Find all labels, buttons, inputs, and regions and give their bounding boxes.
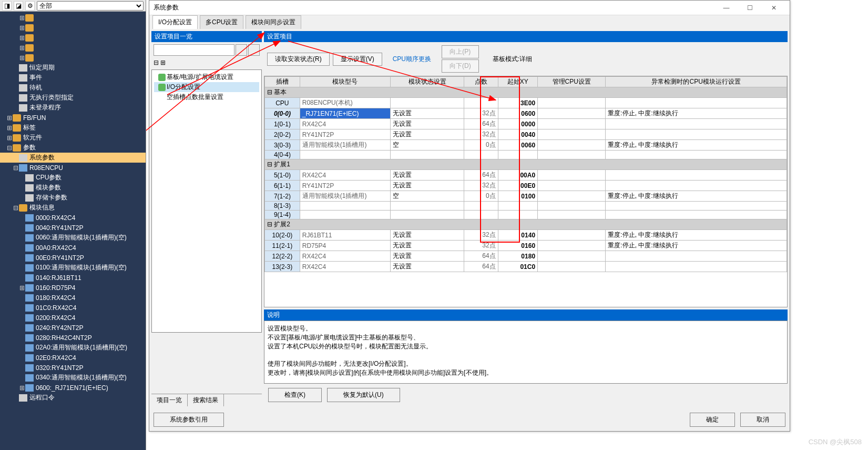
nav-item[interactable]: ⊞ bbox=[0, 53, 146, 63]
tab-multicpu[interactable]: 多CPU设置 bbox=[200, 15, 243, 29]
nav-item[interactable]: 01C0:RX42C4 bbox=[0, 303, 146, 313]
nav-item[interactable]: 无执行类型指定 bbox=[0, 93, 146, 103]
table-row[interactable]: 10(2-0)RJ61BT11无设置32点0140重度:停止, 中度:继续执行 bbox=[265, 230, 787, 241]
close-icon[interactable]: ✕ bbox=[762, 1, 785, 15]
nav-item[interactable]: 恒定周期 bbox=[0, 63, 146, 73]
nav-item[interactable]: 02E0:RX42C4 bbox=[0, 353, 146, 363]
desc-header: 说明 bbox=[264, 309, 788, 321]
btab-list[interactable]: 项目一览 bbox=[151, 394, 188, 406]
nav-item[interactable]: 系统参数 bbox=[0, 153, 146, 163]
nav-item[interactable]: 存储卡参数 bbox=[0, 193, 146, 203]
right-header: 设置项目 bbox=[264, 31, 788, 42]
nav-item[interactable]: 0000:RX42C4 bbox=[0, 213, 146, 223]
nav-item[interactable]: ⊞0160:RD75P4 bbox=[0, 283, 146, 293]
titlebar: 系统参数 — ☐ ✕ bbox=[149, 1, 790, 15]
nav-item[interactable]: 未登录程序 bbox=[0, 103, 146, 113]
table-row[interactable]: 3(0-3)通用智能模块(1插槽用)空0点0060重度:停止, 中度:继续执行 bbox=[265, 140, 787, 151]
table-row[interactable]: 5(1-0)RX42C4无设置64点00A0 bbox=[265, 170, 787, 181]
nav-item[interactable]: 00E0:RY41NT2P bbox=[0, 253, 146, 263]
desc-body: 设置模块型号。不设置[基板/电源/扩展电缆设置]中主基板的基板型号、设置了本机C… bbox=[264, 321, 788, 384]
tree-toolbar-1[interactable]: ⊟ bbox=[154, 59, 159, 66]
table-row[interactable]: 7(1-2)通用智能模块(1插槽用)空0点0100重度:停止, 中度:继续执行 bbox=[265, 191, 787, 202]
restore-button[interactable]: 恢复为默认(U) bbox=[327, 388, 400, 402]
nav-item[interactable]: 0320:RY41NT2P bbox=[0, 363, 146, 373]
cpu-order-button[interactable]: CPU顺序更换 bbox=[385, 53, 438, 65]
nav-item[interactable]: CPU参数 bbox=[0, 173, 146, 183]
nav-item[interactable]: 0280:RH42C4NT2P bbox=[0, 333, 146, 343]
table-row[interactable]: ⊟ 基本 bbox=[265, 87, 787, 98]
search-btn-2[interactable] bbox=[248, 44, 260, 56]
ok-button[interactable]: 确定 bbox=[690, 413, 735, 427]
nav-item[interactable]: ⊞ bbox=[0, 33, 146, 43]
module-grid[interactable]: 插槽模块型号模块状态设置点数起始XY管理CPU设置异常检测时的CPU模块运行设置… bbox=[264, 76, 788, 307]
left-header: 设置项目一览 bbox=[151, 31, 262, 42]
nav-item[interactable]: ⊞软元件 bbox=[0, 133, 146, 143]
toolbar-btn-2[interactable]: ◪ bbox=[14, 1, 23, 11]
table-row[interactable]: 12(2-2)RX42C4无设置64点0180 bbox=[265, 251, 787, 262]
nav-tree[interactable]: ⊞⊞⊞⊞⊞恒定周期事件待机无执行类型指定未登录程序⊞FB/FUN⊞标签⊞软元件⊟… bbox=[0, 12, 146, 450]
nav-item[interactable]: 0340:通用智能模块(1插槽用)(空) bbox=[0, 373, 146, 383]
import-button[interactable]: 系统参数引用 bbox=[154, 413, 224, 427]
project-tree-panel: ◨ ◪ ⚙ 全部 ⊞⊞⊞⊞⊞恒定周期事件待机无执行类型指定未登录程序⊞FB/FU… bbox=[0, 0, 146, 450]
nav-item[interactable]: 事件 bbox=[0, 73, 146, 83]
mode-label: 基板模式:详细 bbox=[493, 55, 532, 64]
btab-search[interactable]: 搜索结果 bbox=[188, 394, 224, 406]
nav-item[interactable]: 0180:RX42C4 bbox=[0, 293, 146, 303]
nav-item[interactable]: 00A0:RX42C4 bbox=[0, 243, 146, 253]
nav-item[interactable]: 模块参数 bbox=[0, 183, 146, 193]
gear-icon[interactable]: ⚙ bbox=[25, 1, 35, 11]
table-row[interactable]: 2(0-2)RY41NT2P无设置32点0040 bbox=[265, 129, 787, 140]
search-btn-1[interactable] bbox=[236, 44, 247, 56]
nav-item[interactable]: ⊞ bbox=[0, 23, 146, 33]
read-install-button[interactable]: 读取安装状态(R) bbox=[267, 53, 330, 66]
nav-item[interactable]: ⊟R08ENCPU bbox=[0, 163, 146, 173]
tab-sync[interactable]: 模块间同步设置 bbox=[246, 15, 301, 29]
nav-item[interactable]: 0040:RY41NT2P bbox=[0, 223, 146, 233]
minimize-icon[interactable]: — bbox=[714, 1, 738, 15]
nav-toolbar: ◨ ◪ ⚙ 全部 bbox=[0, 0, 146, 12]
check-button[interactable]: 检查(K) bbox=[268, 388, 322, 402]
toolbar-btn-1[interactable]: ◨ bbox=[2, 1, 12, 11]
search-input[interactable] bbox=[154, 44, 234, 56]
nav-item[interactable]: ⊞标签 bbox=[0, 123, 146, 133]
tree-toolbar-2[interactable]: ⊞ bbox=[160, 59, 166, 66]
table-row[interactable]: 13(2-3)RX42C4无设置64点01C0 bbox=[265, 262, 787, 272]
settings-tree[interactable]: 基板/电源/扩展电缆设置I/O分配设置空插槽点数批量设置 bbox=[151, 69, 262, 333]
maximize-icon[interactable]: ☐ bbox=[738, 1, 762, 15]
move-up-button: 向上(P) bbox=[442, 45, 479, 58]
table-row[interactable]: 4(0-4) bbox=[265, 151, 787, 159]
table-row[interactable]: 11(2-1)RD75P4无设置32点0160重度:停止, 中度:继续执行 bbox=[265, 241, 787, 251]
display-settings-button[interactable]: 显示设置(V) bbox=[333, 53, 382, 66]
settings-item[interactable]: 基板/电源/扩展电缆设置 bbox=[154, 72, 259, 82]
table-row[interactable]: CPUR08ENCPU(本机)3E00 bbox=[265, 98, 787, 108]
top-tabs: I/O分配设置 多CPU设置 模块间同步设置 bbox=[149, 15, 790, 29]
nav-item[interactable]: 0060:通用智能模块(1插槽用)(空) bbox=[0, 233, 146, 243]
table-row[interactable]: ⊟ 扩展2 bbox=[265, 219, 787, 230]
nav-item[interactable]: ⊞ bbox=[0, 13, 146, 23]
system-params-dialog: 系统参数 — ☐ ✕ I/O分配设置 多CPU设置 模块间同步设置 设置项目一览 bbox=[149, 0, 790, 432]
nav-item[interactable]: 远程口令 bbox=[0, 393, 146, 403]
cancel-button[interactable]: 取消 bbox=[740, 413, 785, 427]
nav-item[interactable]: ⊟参数 bbox=[0, 143, 146, 153]
table-row[interactable]: 6(1-1)RY41NT2P无设置32点00E0 bbox=[265, 181, 787, 191]
nav-item[interactable]: ⊟模块信息 bbox=[0, 203, 146, 213]
table-row[interactable]: 1(0-1)RX42C4无设置64点0000 bbox=[265, 119, 787, 129]
nav-item[interactable]: ⊞0600:_RJ71EN71(E+IEC) bbox=[0, 383, 146, 393]
table-row[interactable]: ⊟ 扩展1 bbox=[265, 159, 787, 170]
settings-item[interactable]: I/O分配设置 bbox=[154, 82, 259, 92]
nav-item[interactable]: 0100:通用智能模块(1插槽用)(空) bbox=[0, 263, 146, 273]
nav-item[interactable]: 待机 bbox=[0, 83, 146, 93]
table-row[interactable]: 0(0-0)_RJ71EN71(E+IEC)无设置32点0600重度:停止, 中… bbox=[265, 108, 787, 119]
nav-item[interactable]: ⊞FB/FUN bbox=[0, 113, 146, 123]
nav-item[interactable]: ⊞ bbox=[0, 43, 146, 53]
table-row[interactable]: 8(1-3) bbox=[265, 202, 787, 211]
nav-item[interactable]: 0240:RY42NT2P bbox=[0, 323, 146, 333]
nav-item[interactable]: 02A0:通用智能模块(1插槽用)(空) bbox=[0, 343, 146, 353]
dialog-title: 系统参数 bbox=[154, 3, 714, 12]
table-row[interactable]: 9(1-4) bbox=[265, 211, 787, 219]
tab-io[interactable]: I/O分配设置 bbox=[152, 15, 198, 29]
filter-select[interactable]: 全部 bbox=[37, 1, 144, 11]
nav-item[interactable]: 0200:RX42C4 bbox=[0, 313, 146, 323]
nav-item[interactable]: 0140:RJ61BT11 bbox=[0, 273, 146, 283]
settings-item[interactable]: 空插槽点数批量设置 bbox=[154, 92, 259, 102]
